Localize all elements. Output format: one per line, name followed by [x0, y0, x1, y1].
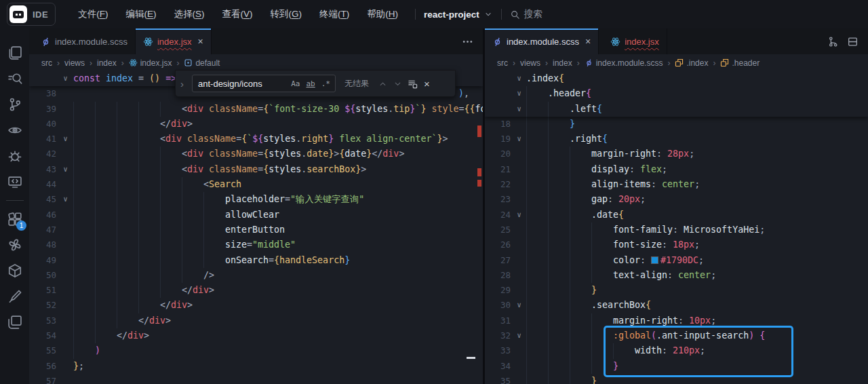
- preview-eye-icon[interactable]: [0, 117, 29, 143]
- find-option-.*[interactable]: .*: [319, 79, 332, 89]
- breadcrumb-item[interactable]: index: [553, 58, 572, 68]
- more-actions-icon[interactable]: [462, 36, 473, 47]
- find-in-selection-button[interactable]: [408, 79, 418, 89]
- breadcrumb-item[interactable]: views: [64, 58, 85, 68]
- breadcrumb-item[interactable]: src: [497, 58, 508, 68]
- find-option-ab[interactable]: ab: [304, 79, 317, 89]
- source-control-icon[interactable]: [0, 92, 29, 117]
- debug-bug-icon[interactable]: [0, 143, 29, 169]
- breadcrumb-item[interactable]: index.module.scss: [585, 58, 663, 68]
- code-line[interactable]: 27color: #1790DC;: [485, 253, 868, 268]
- pinwheel-icon[interactable]: [0, 232, 29, 258]
- tab-index.module.scss[interactable]: index.module.scss×: [485, 28, 599, 54]
- project-switcher[interactable]: react-project: [424, 9, 493, 20]
- code-line[interactable]: 40</div>: [29, 117, 483, 132]
- remote-screen-icon[interactable]: [0, 169, 29, 195]
- code-line[interactable]: 23gap: 20px;: [485, 192, 868, 207]
- sticky-line[interactable]: ∨.index{: [485, 71, 868, 86]
- fold-chevron-icon[interactable]: ∨: [58, 162, 73, 177]
- breadcrumb-item[interactable]: views: [520, 58, 540, 68]
- split-editor-icon[interactable]: [847, 36, 859, 47]
- find-input[interactable]: [198, 79, 289, 89]
- code-line[interactable]: 54</div>: [29, 328, 483, 343]
- fold-chevron-icon[interactable]: ∨: [512, 71, 526, 86]
- menu-item[interactable]: 转到(G): [261, 5, 311, 23]
- code-line[interactable]: 45∨placeholder="输入关键字查询": [29, 192, 483, 207]
- tab-index.jsx[interactable]: index.jsx: [599, 28, 667, 54]
- find-option-Aa[interactable]: Aa: [289, 79, 302, 89]
- extensions-icon[interactable]: 1: [0, 206, 29, 232]
- code-line[interactable]: 42<div className={styles.date}>{date}</d…: [29, 147, 483, 161]
- menu-item[interactable]: 终端(T): [311, 5, 358, 23]
- code-line[interactable]: 53</div>: [29, 313, 483, 328]
- code-line[interactable]: 24∨.date{: [485, 208, 868, 223]
- breadcrumb-item[interactable]: .header: [720, 58, 760, 68]
- fold-chevron-icon[interactable]: ∨: [512, 86, 526, 101]
- code-line[interactable]: 48size="middle": [29, 237, 483, 252]
- explorer-files-icon[interactable]: [0, 40, 29, 66]
- menu-item[interactable]: 文件(F): [69, 5, 117, 23]
- package-cube-icon[interactable]: [0, 258, 29, 284]
- brush-icon[interactable]: [0, 284, 29, 309]
- code-line[interactable]: 43∨<div className={styles.searchBox}>: [29, 162, 483, 177]
- code-line[interactable]: 50/>: [29, 268, 483, 283]
- code-line[interactable]: 22align-items: center;: [485, 177, 868, 192]
- fold-chevron-icon[interactable]: ∨: [512, 132, 526, 147]
- tab-index.jsx[interactable]: index.jsx×: [136, 28, 212, 54]
- menu-item[interactable]: 帮助(H): [358, 5, 407, 23]
- breadcrumb-item[interactable]: index.jsx: [129, 58, 172, 68]
- code-line[interactable]: 47enterButton: [29, 223, 483, 237]
- code-line[interactable]: 26font-size: 18px;: [485, 237, 868, 252]
- search-sidebar-icon[interactable]: [0, 66, 29, 92]
- layers-icon[interactable]: [0, 309, 29, 335]
- code-line[interactable]: 30∨.searchBox{: [485, 298, 868, 313]
- compare-changes-icon[interactable]: [827, 36, 839, 47]
- code-line[interactable]: 20margin-right: 28px;: [485, 147, 868, 161]
- code-line[interactable]: 21display: flex;: [485, 162, 868, 177]
- code-line[interactable]: 44<Search: [29, 177, 483, 192]
- code-line[interactable]: 18}: [485, 117, 868, 132]
- code-line[interactable]: 39<div className={`font-size-30 ${styles…: [29, 102, 483, 117]
- menu-item[interactable]: 查看(V): [213, 5, 261, 23]
- code-line[interactable]: 57: [29, 374, 483, 384]
- sticky-line[interactable]: ∨.header{: [485, 86, 868, 101]
- code-line[interactable]: 51</div>: [29, 283, 483, 298]
- previous-match-button[interactable]: [378, 79, 388, 89]
- code-line[interactable]: 46allowClear: [29, 208, 483, 223]
- next-match-button[interactable]: [393, 79, 403, 89]
- code-line[interactable]: 52</div>: [29, 298, 483, 313]
- code-line[interactable]: 28text-align: center;: [485, 268, 868, 283]
- fold-chevron-icon[interactable]: ∨: [512, 208, 526, 223]
- code-editor-jsx[interactable]: ∨const index = () => { 38), 39<div class…: [29, 71, 483, 384]
- close-find-button[interactable]: ×: [424, 78, 430, 90]
- fold-chevron-icon[interactable]: ∨: [512, 328, 526, 343]
- code-line[interactable]: 19∨.right{: [485, 132, 868, 147]
- fold-chevron-icon[interactable]: ∨: [512, 102, 526, 117]
- code-line[interactable]: 49onSearch={handleSearch}: [29, 253, 483, 268]
- global-search[interactable]: 搜索: [510, 8, 542, 20]
- tab-index.module.scss[interactable]: index.module.scss: [29, 28, 136, 54]
- toggle-replace-chevron[interactable]: ›: [180, 78, 187, 90]
- code-line[interactable]: 56};: [29, 359, 483, 374]
- menu-item[interactable]: 选择(S): [165, 5, 213, 23]
- fold-chevron-icon[interactable]: ∨: [58, 71, 73, 86]
- breadcrumb-item[interactable]: default: [184, 58, 220, 68]
- close-icon[interactable]: ×: [585, 37, 591, 46]
- code-line[interactable]: 41∨<div className={`${styles.right} flex…: [29, 132, 483, 147]
- app-logo[interactable]: IDE: [7, 3, 56, 26]
- sticky-line[interactable]: ∨.left{: [485, 102, 868, 117]
- close-icon[interactable]: ×: [198, 37, 203, 46]
- breadcrumb-item[interactable]: .index: [675, 58, 708, 68]
- breadcrumb-right[interactable]: src›views›index›index.module.scss›.index…: [485, 54, 868, 71]
- code-line[interactable]: 25font-family: MicrosoftYaHei;: [485, 223, 868, 237]
- fold-chevron-icon[interactable]: ∨: [58, 132, 73, 147]
- code-editor-scss[interactable]: ∨.index{∨.header{∨.left{ 18}19∨.right{20…: [485, 71, 868, 384]
- code-line[interactable]: 29}: [485, 283, 868, 298]
- menu-item[interactable]: 编辑(E): [117, 5, 165, 23]
- fold-chevron-icon[interactable]: ∨: [58, 192, 73, 207]
- code-line[interactable]: 55): [29, 343, 483, 358]
- breadcrumb-item[interactable]: src: [41, 58, 52, 68]
- breadcrumb-item[interactable]: index: [97, 58, 117, 68]
- breadcrumb-left[interactable]: src›views›index›index.jsx›default: [29, 54, 483, 71]
- fold-chevron-icon[interactable]: ∨: [512, 298, 526, 313]
